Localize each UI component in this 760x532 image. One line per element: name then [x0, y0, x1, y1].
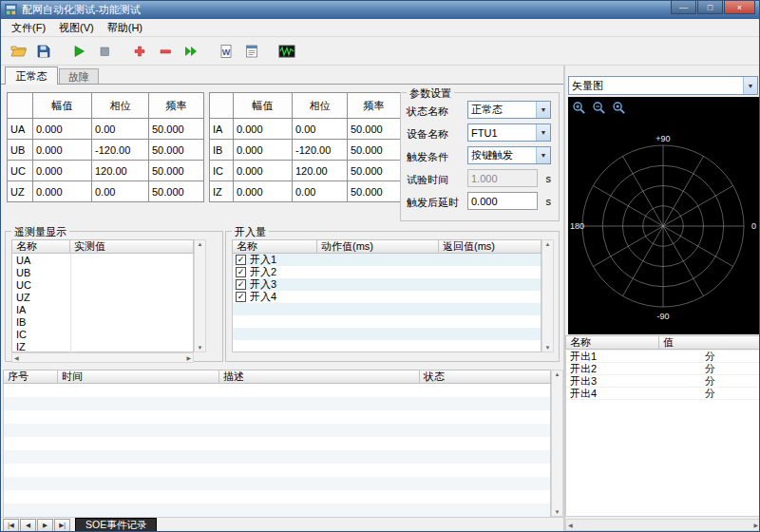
list-item[interactable]: IB	[12, 315, 193, 328]
soe-vertical-scrollbar[interactable]: ▲ ▼	[551, 370, 563, 517]
scroll-left-icon[interactable]: ◀	[566, 521, 575, 529]
add-state-button[interactable]	[128, 40, 151, 63]
frequency-cell[interactable]: 50.000	[149, 181, 204, 202]
list-item[interactable]: IC	[12, 328, 193, 340]
frequency-cell[interactable]: 50.000	[149, 119, 204, 140]
minimize-button[interactable]: —	[671, 1, 696, 14]
scroll-right-icon[interactable]: ▶	[184, 353, 193, 362]
telemetry-horizontal-scrollbar[interactable]: ◀ ▶	[11, 352, 194, 363]
checkbox-input-3[interactable]: ✓	[236, 279, 246, 290]
zoom-out-button[interactable]	[590, 99, 607, 116]
telemetry-name: UA	[12, 254, 71, 266]
phase-cell[interactable]: 0.00	[92, 181, 149, 202]
digital-input-title: 开入量	[232, 225, 269, 239]
list-item[interactable]: IA	[12, 303, 193, 315]
nav-next-button[interactable]: ▶	[37, 519, 53, 532]
word-report-button[interactable]: W	[215, 40, 238, 63]
amplitude-cell[interactable]: 0.000	[33, 119, 92, 140]
amplitude-cell[interactable]: 0.000	[234, 161, 293, 181]
telemetry-vertical-scrollbar[interactable]: ▲ ▼	[194, 239, 206, 352]
zoom-in-button[interactable]	[570, 99, 587, 116]
maximize-button[interactable]: □	[697, 1, 723, 14]
menu-view[interactable]: 视图(V)	[52, 19, 101, 37]
list-item[interactable]: ✓ 开入1	[233, 254, 541, 266]
waveform-button[interactable]	[276, 40, 298, 63]
list-item[interactable]: ✓ 开入4	[233, 291, 541, 303]
phase-cell[interactable]: -120.00	[92, 140, 149, 161]
nav-prev-button[interactable]: ◀	[20, 519, 36, 532]
scroll-down-icon[interactable]: ▼	[195, 344, 205, 352]
digital-input-body: ✓ 开入1 ✓ 开入2 ✓ 开入3 ✓ 开入4	[232, 254, 542, 352]
list-item[interactable]: ✓ 开入2	[233, 266, 541, 278]
dropdown-arrow-icon: ▼	[536, 124, 550, 141]
list-item[interactable]: UC	[12, 278, 193, 291]
dropdown-arrow-icon: ▼	[536, 102, 550, 118]
list-item[interactable]: UA	[12, 254, 193, 266]
open-file-button[interactable]	[7, 40, 29, 63]
list-item[interactable]: 开出4 分	[566, 388, 760, 400]
frequency-cell[interactable]: 50.000	[149, 140, 204, 161]
table-row: UA 0.000 0.00 50.000	[8, 119, 204, 140]
scroll-down-icon[interactable]: ▼	[542, 344, 553, 352]
checkbox-input-1[interactable]: ✓	[236, 255, 246, 265]
tab-fault-state[interactable]: 故障	[59, 68, 99, 85]
tab-normal-state[interactable]: 正常态	[5, 66, 58, 85]
amplitude-cell[interactable]: 0.000	[33, 140, 92, 161]
polar-grid: +90 180 0 -90	[568, 97, 759, 334]
save-button[interactable]	[32, 40, 55, 63]
amplitude-cell[interactable]: 0.000	[234, 181, 293, 202]
nav-last-button[interactable]: ▶|	[54, 519, 70, 532]
checkbox-input-4[interactable]: ✓	[236, 292, 246, 302]
vector-view-select[interactable]: 矢量图 ▼	[568, 76, 758, 95]
report-view-button[interactable]	[240, 40, 263, 63]
stop-button[interactable]	[93, 40, 116, 63]
frequency-cell[interactable]: 50.000	[348, 181, 401, 202]
scroll-up-icon[interactable]: ▲	[195, 240, 205, 248]
zoom-reset-button[interactable]	[610, 99, 627, 116]
phase-cell[interactable]: 0.00	[293, 119, 348, 140]
phase-cell[interactable]: 0.00	[293, 181, 348, 202]
trigger-delay-input[interactable]	[467, 192, 538, 210]
check-icon: ✓	[238, 293, 245, 301]
menu-help[interactable]: 帮助(H)	[101, 19, 149, 37]
phase-cell[interactable]: 120.00	[92, 161, 149, 181]
checkbox-input-2[interactable]: ✓	[236, 267, 246, 277]
row-header: UA	[8, 119, 33, 140]
scroll-right-icon[interactable]: ▶	[751, 521, 760, 529]
start-button[interactable]	[67, 40, 90, 63]
right-horizontal-scrollbar[interactable]: ◀ ▶	[565, 519, 760, 531]
list-item[interactable]: UB	[12, 266, 193, 278]
nav-first-button[interactable]: |◀	[3, 519, 19, 532]
frequency-cell[interactable]: 50.000	[149, 161, 204, 181]
scroll-up-icon[interactable]: ▲	[542, 240, 553, 248]
frequency-cell[interactable]: 50.000	[348, 161, 401, 181]
state-name-select[interactable]: 正常态 ▼	[467, 101, 551, 119]
remove-state-button[interactable]	[154, 40, 177, 63]
polar-label-left: 180	[570, 221, 584, 231]
device-name-select[interactable]: FTU1 ▼	[467, 124, 551, 142]
scroll-down-icon[interactable]: ▼	[552, 508, 562, 516]
frequency-cell[interactable]: 50.000	[348, 140, 401, 161]
list-item[interactable]: UZ	[12, 291, 193, 303]
test-time-input[interactable]	[467, 169, 538, 187]
soe-record-tab[interactable]: SOE事件记录	[75, 518, 157, 532]
amplitude-cell[interactable]: 0.000	[234, 140, 293, 161]
phase-cell[interactable]: 0.00	[92, 119, 149, 140]
tab-divider	[1, 84, 563, 85]
device-name-row: 设备名称 FTU1 ▼	[407, 124, 553, 142]
phase-cell[interactable]: 120.00	[293, 161, 348, 181]
scroll-up-icon[interactable]: ▲	[552, 370, 562, 378]
close-button[interactable]: ×	[724, 1, 755, 14]
digital-input-vertical-scrollbar[interactable]: ▲ ▼	[542, 239, 554, 352]
trigger-condition-select[interactable]: 按键触发 ▼	[467, 146, 551, 164]
list-item[interactable]: ✓ 开入3	[233, 278, 541, 291]
amplitude-cell[interactable]: 0.000	[33, 181, 92, 202]
menu-file[interactable]: 文件(F)	[5, 19, 52, 37]
phase-cell[interactable]: -120.00	[293, 140, 348, 161]
scroll-left-icon[interactable]: ◀	[12, 353, 21, 362]
run-all-button[interactable]	[180, 40, 202, 63]
amplitude-cell[interactable]: 0.000	[234, 119, 293, 140]
list-item[interactable]: IZ	[12, 340, 193, 352]
frequency-cell[interactable]: 50.000	[348, 119, 401, 140]
amplitude-cell[interactable]: 0.000	[33, 161, 92, 181]
